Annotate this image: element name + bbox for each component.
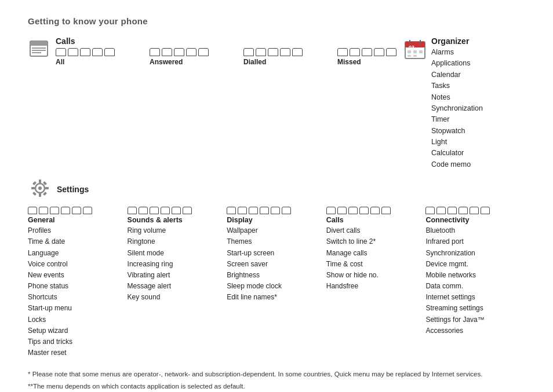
list-item: Master reset — [28, 347, 128, 358]
call-item-dialled: Dialled — [243, 48, 303, 66]
tab-icon — [268, 48, 278, 56]
tab-icon — [227, 207, 236, 214]
sounds-tab-icons — [128, 207, 227, 214]
tab-icon — [337, 207, 347, 214]
tab-icon — [386, 48, 396, 56]
call-item-answered: Answered — [150, 48, 209, 66]
organizer-content: Organizer Alarms Applications Calendar T… — [431, 36, 483, 170]
settings-col-display: Display Wallpaper Themes Start-up screen… — [227, 207, 326, 303]
list-item: Divert calls — [326, 225, 426, 236]
settings-icon — [28, 176, 52, 202]
organizer-title: Organizer — [431, 36, 483, 46]
list-item: Ringtone — [128, 236, 227, 247]
calls-settings-tab-icons — [326, 207, 426, 214]
tab-icon — [72, 207, 81, 214]
list-item: Notes — [431, 92, 483, 103]
tab-icon — [374, 48, 384, 56]
tab-icon — [128, 207, 137, 214]
display-col-title: Display — [227, 216, 326, 224]
tab-icon — [238, 207, 247, 214]
tab-icon — [50, 207, 59, 214]
call-item-all: All — [56, 48, 115, 66]
display-list: Wallpaper Themes Start-up screen Screen … — [227, 225, 326, 303]
tab-icon — [256, 48, 266, 56]
svg-rect-19 — [31, 187, 35, 189]
tab-icon — [448, 207, 457, 214]
tab-icon — [150, 48, 160, 56]
tab-icon — [150, 207, 159, 214]
tab-icon — [186, 48, 197, 56]
list-item: Light — [431, 137, 483, 148]
tab-icon — [161, 207, 170, 214]
list-item: New events — [28, 270, 128, 281]
tab-icon — [80, 48, 90, 56]
calls-section-inner: Calls All — [28, 36, 403, 66]
organizer-icon: 03 — [403, 38, 427, 63]
tab-icon — [61, 207, 70, 214]
sounds-col-title: Sounds & alerts — [128, 216, 227, 224]
footnote-star: * Please note that some menus are operat… — [28, 369, 525, 379]
svg-rect-2 — [32, 47, 46, 49]
list-item: Synchronization — [425, 248, 525, 259]
organizer-list: Alarms Applications Calendar Tasks Notes… — [431, 47, 483, 170]
list-item: Timer — [431, 114, 483, 125]
tab-icon — [350, 48, 360, 56]
tab-icon — [198, 48, 209, 56]
tab-icon — [260, 207, 269, 214]
tab-icon — [282, 207, 291, 214]
svg-rect-23 — [32, 192, 37, 196]
list-item: Settings for Java™ — [425, 314, 525, 325]
calls-settings-col-title: Calls — [326, 216, 426, 224]
tab-icon — [104, 48, 115, 56]
list-item: Stopwatch — [431, 126, 483, 137]
svg-rect-20 — [45, 187, 49, 189]
calls-settings-list: Divert calls Switch to line 2* Manage ca… — [326, 225, 426, 292]
tab-icon — [459, 207, 468, 214]
list-item: Accessories — [425, 325, 525, 336]
tab-icon — [243, 48, 254, 56]
list-item: Time & date — [28, 236, 128, 247]
settings-col-calls: Calls Divert calls Switch to line 2* Man… — [326, 207, 426, 292]
call-tabs-missed — [337, 48, 396, 56]
list-item: Calculator — [431, 148, 483, 159]
list-item: Themes — [227, 236, 326, 247]
list-item: Voice control — [28, 259, 128, 270]
call-label-dialled: Dialled — [243, 58, 266, 66]
svg-rect-10 — [408, 50, 411, 53]
list-item: Start-up screen — [227, 248, 326, 259]
list-item: Switch to line 2* — [326, 236, 426, 247]
list-item: Wallpaper — [227, 225, 326, 236]
svg-text:03: 03 — [409, 45, 414, 50]
call-tabs-all — [56, 48, 115, 56]
list-item: Profiles — [28, 225, 128, 236]
calls-icon — [28, 38, 56, 61]
call-tabs-dialled — [243, 48, 303, 56]
organizer-svg-icon: 03 — [403, 38, 427, 61]
list-item: Key sound — [128, 292, 227, 303]
list-item: Applications — [431, 58, 483, 69]
list-item: Setup wizard — [28, 325, 128, 336]
list-item: Tasks — [431, 80, 483, 91]
tab-icon — [92, 48, 103, 56]
footnote-double-star: **The menu depends on which contacts app… — [28, 381, 525, 391]
tab-icon — [337, 48, 348, 56]
tab-icon — [83, 207, 92, 214]
list-item: Shortcuts — [28, 292, 128, 303]
list-item: Sleep mode clock — [227, 281, 326, 292]
svg-rect-14 — [413, 55, 417, 57]
call-label-missed: Missed — [337, 58, 361, 66]
svg-rect-21 — [32, 181, 37, 185]
top-row: Calls All — [28, 36, 525, 170]
calls-row: All Answered — [56, 48, 403, 66]
settings-columns: General Profiles Time & date Language Vo… — [28, 207, 525, 358]
svg-point-16 — [38, 186, 42, 190]
general-list: Profiles Time & date Language Voice cont… — [28, 225, 128, 358]
tab-icon — [425, 207, 435, 214]
calls-content: Calls All — [56, 36, 403, 66]
general-col-title: General — [28, 216, 128, 224]
list-item: Streaming settings — [425, 303, 525, 314]
list-item: Phone status — [28, 281, 128, 292]
tab-icon — [359, 207, 369, 214]
list-item: Time & cost — [326, 259, 426, 270]
settings-col-sounds: Sounds & alerts Ring volume Ringtone Sil… — [128, 207, 227, 303]
